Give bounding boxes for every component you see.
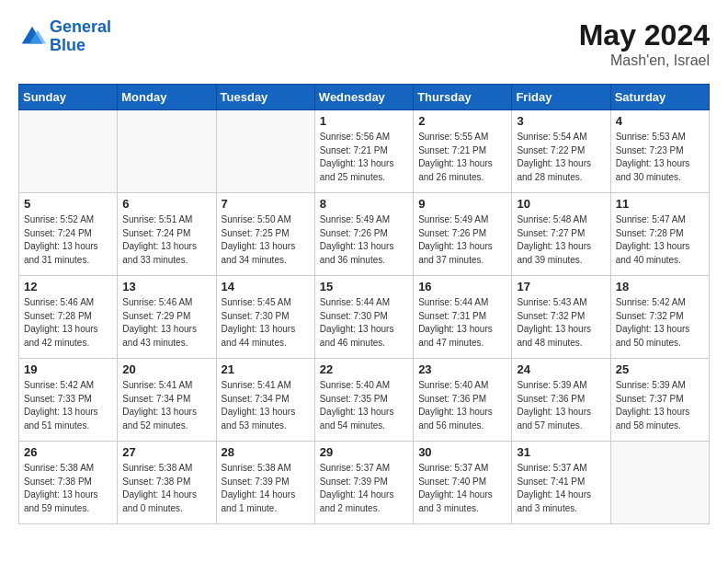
cell-info: Sunrise: 5:38 AMSunset: 7:39 PMDaylight:… (222, 462, 310, 515)
calendar-table: SundayMondayTuesdayWednesdayThursdayFrid… (18, 84, 710, 524)
calendar-cell: 14Sunrise: 5:45 AMSunset: 7:30 PMDayligh… (216, 276, 314, 359)
day-number: 26 (24, 445, 112, 459)
logo-line2: Blue (50, 36, 85, 54)
cell-info: Sunrise: 5:47 AMSunset: 7:28 PMDaylight:… (616, 213, 704, 267)
day-number: 16 (418, 280, 506, 293)
calendar-cell: 17Sunrise: 5:43 AMSunset: 7:32 PMDayligh… (512, 276, 610, 359)
day-number: 9 (418, 197, 506, 211)
calendar-cell: 8Sunrise: 5:49 AMSunset: 7:26 PMDaylight… (314, 193, 413, 276)
day-number: 7 (222, 197, 310, 211)
day-header-wednesday: Wednesday (314, 85, 413, 110)
calendar-cell (216, 110, 314, 193)
cell-info: Sunrise: 5:54 AMSunset: 7:22 PMDaylight:… (517, 131, 605, 184)
calendar-cell: 29Sunrise: 5:37 AMSunset: 7:39 PMDayligh… (314, 442, 413, 524)
day-header-sunday: Sunday (19, 85, 118, 110)
cell-info: Sunrise: 5:43 AMSunset: 7:32 PMDaylight:… (517, 296, 605, 350)
calendar-cell: 24Sunrise: 5:39 AMSunset: 7:36 PMDayligh… (512, 359, 610, 442)
logo: General Blue (18, 18, 111, 55)
calendar-cell: 10Sunrise: 5:48 AMSunset: 7:27 PMDayligh… (512, 193, 610, 276)
day-header-thursday: Thursday (414, 85, 512, 110)
calendar-cell: 11Sunrise: 5:47 AMSunset: 7:28 PMDayligh… (610, 193, 709, 276)
calendar-cell: 26Sunrise: 5:38 AMSunset: 7:38 PMDayligh… (19, 442, 118, 524)
calendar-body: 1Sunrise: 5:56 AMSunset: 7:21 PMDaylight… (19, 110, 710, 524)
calendar-cell: 30Sunrise: 5:37 AMSunset: 7:40 PMDayligh… (414, 442, 512, 524)
day-number: 10 (517, 197, 605, 211)
calendar-cell: 13Sunrise: 5:46 AMSunset: 7:29 PMDayligh… (118, 276, 216, 359)
day-number: 24 (517, 362, 605, 376)
day-number: 30 (418, 445, 506, 459)
cell-info: Sunrise: 5:37 AMSunset: 7:41 PMDaylight:… (517, 462, 605, 515)
cell-info: Sunrise: 5:40 AMSunset: 7:35 PMDaylight:… (320, 379, 408, 432)
location: Mash'en, Israel (579, 52, 710, 69)
week-row-2: 5Sunrise: 5:52 AMSunset: 7:24 PMDaylight… (19, 193, 710, 276)
calendar-cell: 19Sunrise: 5:42 AMSunset: 7:33 PMDayligh… (19, 359, 118, 442)
cell-info: Sunrise: 5:44 AMSunset: 7:31 PMDaylight:… (418, 296, 506, 350)
calendar-cell (19, 110, 118, 193)
cell-info: Sunrise: 5:46 AMSunset: 7:29 PMDaylight:… (122, 296, 210, 350)
calendar-cell: 3Sunrise: 5:54 AMSunset: 7:22 PMDaylight… (512, 110, 610, 193)
day-number: 5 (24, 197, 112, 211)
cell-info: Sunrise: 5:48 AMSunset: 7:27 PMDaylight:… (517, 213, 605, 267)
cell-info: Sunrise: 5:52 AMSunset: 7:24 PMDaylight:… (24, 213, 112, 267)
day-number: 18 (616, 280, 704, 293)
day-number: 14 (222, 280, 310, 293)
day-header-monday: Monday (118, 85, 216, 110)
cell-info: Sunrise: 5:49 AMSunset: 7:26 PMDaylight:… (418, 213, 506, 267)
day-header-friday: Friday (512, 85, 610, 110)
calendar-cell: 7Sunrise: 5:50 AMSunset: 7:25 PMDaylight… (216, 193, 314, 276)
cell-info: Sunrise: 5:45 AMSunset: 7:30 PMDaylight:… (222, 296, 310, 350)
cell-info: Sunrise: 5:53 AMSunset: 7:23 PMDaylight:… (616, 131, 704, 184)
cell-info: Sunrise: 5:37 AMSunset: 7:40 PMDaylight:… (418, 462, 506, 515)
day-number: 21 (222, 362, 310, 376)
day-number: 15 (320, 280, 408, 293)
day-number: 13 (122, 280, 210, 293)
calendar-cell: 21Sunrise: 5:41 AMSunset: 7:34 PMDayligh… (216, 359, 314, 442)
month-year: May 2024 (579, 18, 710, 52)
calendar-cell: 2Sunrise: 5:55 AMSunset: 7:21 PMDaylight… (414, 110, 512, 193)
cell-info: Sunrise: 5:41 AMSunset: 7:34 PMDaylight:… (122, 379, 210, 432)
title-block: May 2024 Mash'en, Israel (579, 18, 710, 69)
calendar-cell: 9Sunrise: 5:49 AMSunset: 7:26 PMDaylight… (414, 193, 512, 276)
day-number: 1 (320, 114, 408, 128)
day-number: 8 (320, 197, 408, 211)
day-number: 6 (122, 197, 210, 211)
calendar-cell: 5Sunrise: 5:52 AMSunset: 7:24 PMDaylight… (19, 193, 118, 276)
cell-info: Sunrise: 5:44 AMSunset: 7:30 PMDaylight:… (320, 296, 408, 350)
cell-info: Sunrise: 5:49 AMSunset: 7:26 PMDaylight:… (320, 213, 408, 267)
day-number: 31 (517, 445, 605, 459)
calendar-cell: 31Sunrise: 5:37 AMSunset: 7:41 PMDayligh… (512, 442, 610, 524)
calendar-cell: 1Sunrise: 5:56 AMSunset: 7:21 PMDaylight… (314, 110, 413, 193)
cell-info: Sunrise: 5:37 AMSunset: 7:39 PMDaylight:… (320, 462, 408, 515)
cell-info: Sunrise: 5:41 AMSunset: 7:34 PMDaylight:… (222, 379, 310, 432)
day-header-saturday: Saturday (610, 85, 709, 110)
calendar-cell: 18Sunrise: 5:42 AMSunset: 7:32 PMDayligh… (610, 276, 709, 359)
cell-info: Sunrise: 5:38 AMSunset: 7:38 PMDaylight:… (122, 462, 210, 515)
calendar-cell: 12Sunrise: 5:46 AMSunset: 7:28 PMDayligh… (19, 276, 118, 359)
day-number: 3 (517, 114, 605, 128)
calendar-cell: 23Sunrise: 5:40 AMSunset: 7:36 PMDayligh… (414, 359, 512, 442)
calendar-cell: 28Sunrise: 5:38 AMSunset: 7:39 PMDayligh… (216, 442, 314, 524)
logo-text: General Blue (50, 18, 111, 55)
day-number: 22 (320, 362, 408, 376)
day-number: 29 (320, 445, 408, 459)
day-number: 27 (122, 445, 210, 459)
day-header-tuesday: Tuesday (216, 85, 314, 110)
day-number: 4 (616, 114, 704, 128)
page-header: General Blue May 2024 Mash'en, Israel (18, 18, 710, 69)
logo-line1: General (50, 17, 111, 36)
calendar-cell: 16Sunrise: 5:44 AMSunset: 7:31 PMDayligh… (414, 276, 512, 359)
cell-info: Sunrise: 5:46 AMSunset: 7:28 PMDaylight:… (24, 296, 112, 350)
day-number: 17 (517, 280, 605, 293)
calendar-cell: 22Sunrise: 5:40 AMSunset: 7:35 PMDayligh… (314, 359, 413, 442)
calendar-cell: 4Sunrise: 5:53 AMSunset: 7:23 PMDaylight… (610, 110, 709, 193)
cell-info: Sunrise: 5:39 AMSunset: 7:37 PMDaylight:… (616, 379, 704, 432)
week-row-4: 19Sunrise: 5:42 AMSunset: 7:33 PMDayligh… (19, 359, 710, 442)
calendar-cell (118, 110, 216, 193)
cell-info: Sunrise: 5:39 AMSunset: 7:36 PMDaylight:… (517, 379, 605, 432)
cell-info: Sunrise: 5:55 AMSunset: 7:21 PMDaylight:… (418, 131, 506, 184)
cell-info: Sunrise: 5:51 AMSunset: 7:24 PMDaylight:… (122, 213, 210, 267)
calendar-cell: 6Sunrise: 5:51 AMSunset: 7:24 PMDaylight… (118, 193, 216, 276)
week-row-1: 1Sunrise: 5:56 AMSunset: 7:21 PMDaylight… (19, 110, 710, 193)
day-number: 2 (418, 114, 506, 128)
day-number: 20 (122, 362, 210, 376)
